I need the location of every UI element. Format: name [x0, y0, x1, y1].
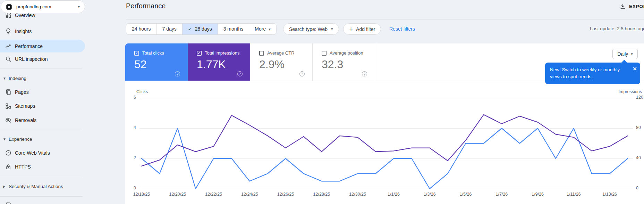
left-axis-tick: 0 [122, 186, 136, 190]
right-axis-title: Impressions [619, 89, 642, 94]
x-axis-tick: 1/1/26 [379, 192, 408, 197]
x-axis-tick: 12/22/25 [199, 192, 228, 197]
sidebar-item-label: Overview [15, 13, 35, 18]
checkbox-unchecked-icon[interactable] [259, 51, 264, 56]
sidebar-divider [0, 130, 82, 130]
total-clicks-card[interactable]: ✓ Total clicks 52 ? [125, 43, 188, 81]
chevron-down-icon: ▾ [269, 27, 271, 31]
range-label: 28 days [195, 26, 212, 32]
left-axis-tick: 6 [122, 95, 136, 100]
card-label: Average CTR [267, 50, 295, 56]
right-axis-tick: 40 [636, 155, 644, 160]
average-position-card[interactable]: Average position 32.3 ? [313, 43, 375, 81]
right-axis-tick: 80 [636, 125, 644, 130]
left-axis-title: Clicks [136, 89, 148, 94]
total-clicks-value: 52 [134, 58, 147, 71]
average-ctr-value: 2.9% [259, 58, 285, 71]
trending-up-icon [5, 43, 12, 50]
x-axis-tick: 12/28/25 [307, 192, 336, 197]
sidebar-divider [0, 196, 82, 197]
export-button[interactable]: EXPORT [620, 3, 644, 9]
property-name: propfunding.com [16, 4, 51, 9]
sidebar-divider [0, 68, 82, 68]
chevron-collapsed-icon: ▶ [3, 185, 8, 188]
sidebar-section-security-manual-actions[interactable]: ▶ Security & Manual Actions [0, 181, 85, 191]
page-title: Performance [126, 2, 166, 10]
sidebar-item-insights[interactable]: Insights [0, 26, 85, 36]
chevron-down-icon: ▾ [331, 27, 333, 31]
help-icon[interactable]: ? [237, 71, 243, 76]
reset-filters-link[interactable]: Reset filters [389, 26, 415, 32]
lock-icon [5, 163, 12, 170]
sidebar-item-https[interactable]: HTTPS [0, 162, 85, 172]
sidebar-item-label: Pages [15, 89, 29, 95]
card-label: Average position [330, 50, 363, 56]
promo-line2: views to spot trends. [550, 73, 628, 80]
total-impressions-value: 1.77K [197, 58, 226, 71]
sidebar-item-label: Removals [15, 117, 36, 123]
x-axis-tick: 1/7/26 [487, 192, 516, 197]
sidebar-item-url-inspection[interactable]: URL inspection [0, 54, 85, 64]
section-label: Experience [9, 137, 32, 142]
range-24-hours-button[interactable]: 24 hours [126, 24, 156, 34]
range-7-days-button[interactable]: 7 days [156, 24, 182, 34]
sidebar-section-experience[interactable]: ▼ Experience [0, 134, 85, 144]
x-axis-tick: 1/11/26 [559, 192, 588, 197]
granularity-select[interactable]: Daily ▾ [612, 49, 638, 59]
sidebar: Overview propfunding.com ▾ Insights Perf… [0, 0, 87, 204]
x-axis-tick: 1/5/26 [451, 192, 480, 197]
x-axis-tick: 12/18/25 [127, 192, 156, 197]
search-type-label: Search type: Web [289, 26, 328, 32]
checkbox-unchecked-icon[interactable] [322, 51, 327, 56]
x-axis-tick: 12/20/25 [163, 192, 192, 197]
site-favicon-icon [6, 4, 12, 10]
right-axis-tick: 120 [636, 95, 644, 100]
x-axis-tick: 1/3/26 [415, 192, 444, 197]
sidebar-item-label: Performance [15, 43, 43, 49]
range-28-days-button-selected[interactable]: ✓28 days [182, 24, 218, 34]
download-icon [620, 3, 626, 9]
chevron-expanded-icon: ▼ [3, 137, 8, 141]
help-icon[interactable]: ? [362, 71, 367, 76]
property-selector[interactable]: propfunding.com ▾ [1, 0, 85, 13]
x-axis-tick: 12/30/25 [343, 192, 372, 197]
left-axis-tick: 2 [122, 155, 136, 160]
sidebar-item-label: Insights [15, 28, 32, 34]
section-label: Indexing [9, 76, 26, 81]
card-label: Total clicks [142, 50, 164, 56]
filter-separator [276, 24, 276, 34]
card-label: Total impressions [205, 50, 239, 56]
close-icon[interactable]: × [633, 65, 637, 72]
help-icon[interactable]: ? [299, 71, 305, 76]
add-filter-label: Add filter [356, 26, 375, 32]
search-type-chip[interactable]: Search type: Web ▾ [283, 23, 339, 35]
sidebar-section-indexing[interactable]: ▼ Indexing [0, 73, 85, 83]
average-position-value: 32.3 [322, 58, 343, 71]
left-axis-tick: 4 [122, 125, 136, 130]
range-3-months-button[interactable]: 3 months [218, 24, 249, 34]
search-console-app: Overview propfunding.com ▾ Insights Perf… [0, 0, 644, 204]
partial-tools-icon [5, 202, 12, 204]
search-icon [5, 56, 12, 63]
sidebar-item-pages[interactable]: Pages [0, 87, 85, 97]
pages-icon [5, 89, 12, 96]
add-filter-chip[interactable]: + Add filter [343, 23, 381, 35]
plus-icon: + [349, 26, 353, 32]
sidebar-item-core-web-vitals[interactable]: Core Web Vitals [0, 148, 85, 158]
sidebar-item-sitemaps[interactable]: Sitemaps [0, 101, 85, 111]
check-icon: ✓ [188, 26, 192, 32]
checkbox-checked-icon[interactable]: ✓ [134, 51, 139, 56]
eye-off-icon [5, 117, 12, 124]
help-icon[interactable]: ? [175, 71, 180, 76]
average-ctr-card[interactable]: Average CTR 2.9% ? [250, 43, 313, 81]
promo-line1: New! Switch to weekly or monthly [550, 66, 628, 73]
checkbox-checked-icon[interactable]: ✓ [197, 51, 202, 56]
sidebar-item-label: Core Web Vitals [15, 150, 50, 156]
sidebar-item-label: Sitemaps [15, 103, 35, 109]
x-axis-tick: 1/13/26 [595, 192, 624, 197]
sidebar-item-performance-selected[interactable]: Performance [0, 40, 85, 52]
chevron-down-icon: ▾ [78, 5, 80, 9]
range-more-button[interactable]: More▾ [249, 24, 276, 34]
total-impressions-card[interactable]: ✓ Total impressions 1.77K ? [188, 43, 250, 81]
sidebar-item-removals[interactable]: Removals [0, 115, 85, 125]
